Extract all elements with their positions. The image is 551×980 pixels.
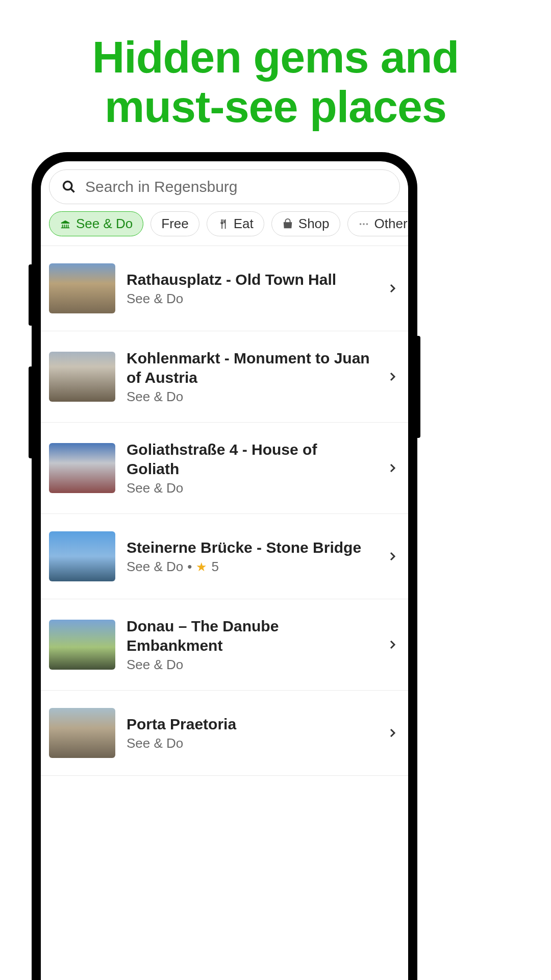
place-thumbnail [49,708,115,758]
place-category: See & Do [127,559,183,575]
place-thumbnail [49,443,115,493]
chip-label: Free [161,216,188,232]
headline-line2: must-see places [105,81,446,132]
filter-chip-shop[interactable]: Shop [271,211,340,236]
search-icon [62,180,76,194]
place-thumbnail [49,352,115,402]
place-subtitle: See & Do•★5 [127,559,373,575]
svg-line-1 [71,189,74,192]
place-subtitle: See & Do [127,480,373,496]
chevron-right-icon [385,281,400,296]
place-thumbnail [49,531,115,581]
place-title: Goliathstraße 4 - House of Goliath [127,440,373,478]
places-list: Rathausplatz - Old Town HallSee & DoKohl… [41,246,408,980]
list-item[interactable]: Kohlenmarkt - Monument to Juan of Austri… [41,331,408,423]
place-text: Goliathstraße 4 - House of GoliathSee & … [127,440,373,496]
separator-dot: • [187,559,192,575]
svg-point-2 [359,223,361,225]
filter-chips-row: See & Do Free Eat Shop Ot [41,210,408,246]
filter-chip-see-do[interactable]: See & Do [49,211,143,236]
list-item[interactable]: Donau – The Danube EmbankmentSee & Do [41,599,408,691]
utensils-icon [217,218,229,230]
chip-label: Other [374,216,408,232]
place-title: Kohlenmarkt - Monument to Juan of Austri… [127,349,373,387]
chevron-right-icon [385,725,400,741]
phone-screen: Search in Regensburg See & Do Free Eat [41,161,408,980]
place-text: Rathausplatz - Old Town HallSee & Do [127,270,373,307]
place-text: Steinerne Brücke - Stone BridgeSee & Do•… [127,538,373,575]
phone-frame: Search in Regensburg See & Do Free Eat [32,152,417,980]
svg-point-3 [363,223,365,225]
place-category: See & Do [127,291,183,307]
place-subtitle: See & Do [127,291,373,307]
place-text: Porta PraetoriaSee & Do [127,715,373,752]
chip-label: Shop [298,216,330,232]
star-icon: ★ [196,560,207,574]
place-category: See & Do [127,657,183,673]
filter-chip-eat[interactable]: Eat [207,211,264,236]
chevron-right-icon [385,637,400,652]
chip-label: Eat [234,216,254,232]
marketing-headline: Hidden gems and must-see places [0,33,551,132]
place-thumbnail [49,620,115,670]
filter-chip-other[interactable]: Other [347,211,408,236]
place-text: Kohlenmarkt - Monument to Juan of Austri… [127,349,373,405]
place-title: Steinerne Brücke - Stone Bridge [127,538,373,557]
phone-button-decor [29,264,32,326]
place-title: Rathausplatz - Old Town Hall [127,270,373,289]
list-item[interactable]: Porta PraetoriaSee & Do [41,691,408,776]
chevron-right-icon [385,369,400,384]
svg-point-4 [366,223,368,225]
headline-line1: Hidden gems and [92,32,459,82]
list-item[interactable]: Rathausplatz - Old Town HallSee & Do [41,246,408,331]
bag-icon [282,218,293,230]
list-item[interactable]: Steinerne Brücke - Stone BridgeSee & Do•… [41,514,408,599]
dots-icon [358,218,369,230]
museum-icon [60,218,71,230]
search-placeholder: Search in Regensburg [85,178,238,195]
place-subtitle: See & Do [127,389,373,405]
place-text: Donau – The Danube EmbankmentSee & Do [127,617,373,673]
filter-chip-free[interactable]: Free [151,211,199,236]
chevron-right-icon [385,549,400,564]
phone-button-decor [29,366,32,458]
search-input[interactable]: Search in Regensburg [49,169,400,204]
chip-label: See & Do [76,216,133,232]
place-thumbnail [49,263,115,313]
phone-button-decor [417,336,420,438]
place-title: Porta Praetoria [127,715,373,734]
place-category: See & Do [127,389,183,405]
place-rating: 5 [211,559,218,575]
svg-point-0 [64,182,72,190]
chevron-right-icon [385,460,400,476]
list-item[interactable]: Goliathstraße 4 - House of GoliathSee & … [41,423,408,514]
place-subtitle: See & Do [127,657,373,673]
place-category: See & Do [127,480,183,496]
place-subtitle: See & Do [127,736,373,751]
place-category: See & Do [127,736,183,751]
place-title: Donau – The Danube Embankment [127,617,373,655]
